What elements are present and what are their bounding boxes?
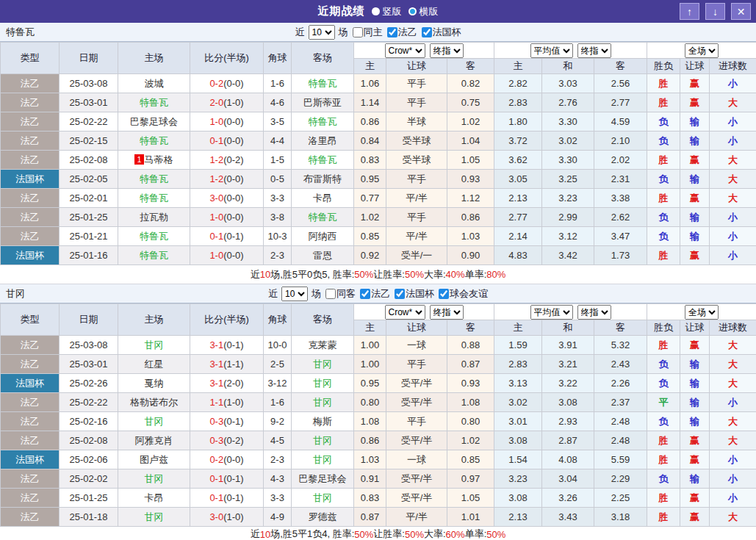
cell-away-team: 克莱蒙 — [292, 336, 354, 355]
filter-same-away[interactable]: 同客 — [323, 287, 356, 300]
cell-avg-draw: 2.76 — [542, 93, 594, 112]
cell-odds-away: 1.12 — [447, 189, 494, 208]
fulltime-score: 0-2 — [209, 78, 223, 89]
halftime-score: (2-0) — [223, 378, 243, 389]
cell-result-goals: 小 — [710, 393, 756, 412]
final-odds-select[interactable]: 终指 — [430, 305, 464, 320]
match-row: 法乙 25-01-21 特鲁瓦 0-1(0-1) 10-3 阿纳西 0.85 平… — [1, 227, 756, 246]
average-select[interactable]: 平均值 — [530, 305, 573, 320]
match-count-select[interactable]: 10 — [281, 287, 308, 301]
team-name-text: 红星 — [145, 359, 164, 370]
cell-avg-away: 2.25 — [594, 489, 647, 508]
radio-unselected-icon[interactable] — [408, 7, 417, 15]
cell-avg-draw: 3.43 — [542, 508, 594, 527]
fulltime-select[interactable]: 全场 — [685, 43, 719, 58]
same-away-checkbox[interactable] — [325, 289, 336, 299]
cell-competition: 法乙 — [1, 132, 60, 151]
cell-competition: 法乙 — [1, 151, 60, 170]
match-row: 法乙 25-02-08 阿雅克肖 0-3(0-2) 4-5 甘冈 0.86 受平… — [1, 431, 756, 450]
move-up-button[interactable]: ↑ — [680, 3, 699, 20]
cell-home-team: 巴黎足球会 — [118, 112, 190, 132]
filter-ligue2[interactable]: 法乙 — [357, 287, 390, 300]
radio-selected-icon[interactable] — [372, 7, 380, 15]
cell-odds-home: 1.14 — [354, 93, 386, 112]
cell-odds-handicap: 半球 — [386, 112, 447, 132]
coupe-checkbox[interactable] — [395, 289, 405, 299]
ligue2-checkbox[interactable] — [360, 289, 370, 299]
cell-home-team: 波城 — [118, 74, 190, 93]
cell-avg-home: 1.59 — [494, 336, 542, 355]
fulltime-score: 3-1 — [209, 339, 223, 350]
friendly-checkbox[interactable] — [439, 289, 449, 299]
team-name-text: 甘冈 — [145, 473, 164, 484]
matches-table-troyes: 类型 日期 主场 比分(半场) 角球 客场 Crow* 终指 平均值 终指 全场 — [0, 42, 756, 265]
filter-coupe[interactable]: 法国杯 — [392, 287, 434, 300]
cell-odds-away: 1.03 — [447, 227, 494, 246]
team-name-text: 格勒诺布尔 — [130, 397, 178, 408]
cell-result-handicap: 输 — [680, 208, 710, 227]
cell-result-goals: 大 — [710, 508, 756, 527]
cell-result-handicap: 输 — [680, 355, 710, 374]
cell-score: 1-0(0-0) — [190, 208, 264, 227]
cell-odds-away: 1.05 — [447, 151, 494, 170]
cell-score: 2-0(1-0) — [190, 93, 264, 112]
cell-score: 0-2(0-0) — [190, 450, 264, 469]
cell-home-team: 特鲁瓦 — [118, 189, 190, 208]
cell-result-wdl: 负 — [647, 112, 680, 132]
cell-away-team: 布雷斯特 — [292, 170, 354, 189]
cell-score: 3-1(1-1) — [190, 355, 264, 374]
cell-avg-draw: 3.91 — [542, 336, 594, 355]
header-corner: 角球 — [264, 43, 292, 74]
table-header: 类型 日期 主场 比分(半场) 角球 客场 Crow* 终指 平均值 终指 全场 — [1, 43, 756, 74]
cell-result-goals: 大 — [710, 336, 756, 355]
final-odds-select[interactable]: 终指 — [430, 43, 464, 58]
filter-controls: 近 10 场 同客 法乙 法国杯 球会友谊 — [268, 287, 488, 301]
close-button[interactable]: ✕ — [731, 3, 751, 20]
final-average-select[interactable]: 终指 — [577, 43, 611, 58]
radio-horizontal-layout[interactable]: 横版 — [408, 5, 439, 18]
ligue2-checkbox[interactable] — [387, 27, 397, 37]
cell-odds-home: 0.86 — [354, 112, 386, 132]
move-down-button[interactable]: ↓ — [705, 3, 725, 20]
table-body: 法乙 25-03-08 甘冈 3-1(0-1) 10-0 克莱蒙 1.00 一球… — [1, 336, 756, 527]
coupe-checkbox[interactable] — [422, 27, 432, 37]
cell-away-team: 甘冈 — [292, 355, 354, 374]
cell-corner: 0-5 — [264, 170, 292, 189]
match-count-select[interactable]: 10 — [309, 25, 335, 40]
fulltime-select[interactable]: 全场 — [685, 305, 719, 320]
cell-odds-away: 0.90 — [447, 246, 494, 265]
cell-avg-away: 2.56 — [594, 74, 647, 93]
checkbox-label: 法国杯 — [406, 287, 434, 300]
cell-competition: 法乙 — [1, 336, 60, 355]
cell-score: 0-1(0-1) — [190, 469, 264, 489]
cell-odds-handicap: 平/半 — [386, 227, 447, 246]
filter-coupe[interactable]: 法国杯 — [419, 26, 461, 39]
summary-segment: 50% — [405, 529, 424, 540]
filter-same-home[interactable]: 同主 — [350, 26, 383, 39]
bookmaker-select[interactable]: Crow* — [385, 43, 425, 58]
filter-ligue2[interactable]: 法乙 — [384, 26, 417, 39]
cell-avg-home: 3.05 — [494, 170, 542, 189]
cell-avg-away: 5.59 — [594, 450, 647, 469]
same-home-checkbox[interactable] — [353, 27, 363, 37]
cell-result-goals: 大 — [710, 431, 756, 450]
cell-home-team: 甘冈 — [118, 336, 190, 355]
match-row: 法乙 25-02-15 特鲁瓦 0-1(0-0) 4-4 洛里昂 0.84 受半… — [1, 132, 756, 151]
average-select[interactable]: 平均值 — [530, 43, 573, 58]
cell-result-wdl: 胜 — [647, 93, 680, 112]
cell-date: 25-01-16 — [60, 246, 118, 265]
fulltime-score: 0-2 — [209, 454, 223, 465]
final-average-select[interactable]: 终指 — [577, 305, 611, 320]
header-odds-away: 客 — [447, 59, 494, 74]
bookmaker-select[interactable]: Crow* — [385, 305, 425, 320]
cell-avg-away: 2.10 — [594, 132, 647, 151]
radio-vertical-layout[interactable]: 竖版 — [372, 5, 402, 18]
cell-odds-away: 1.01 — [447, 508, 494, 527]
filter-friendly[interactable]: 球会友谊 — [436, 287, 488, 300]
halftime-score: (1-0) — [223, 511, 243, 522]
header-avg-home: 主 — [494, 320, 542, 336]
fulltime-score: 0-1 — [209, 135, 223, 146]
checkbox-label: 法乙 — [398, 26, 417, 39]
cell-odds-away: 0.86 — [447, 208, 494, 227]
cell-date: 25-02-05 — [60, 170, 118, 189]
